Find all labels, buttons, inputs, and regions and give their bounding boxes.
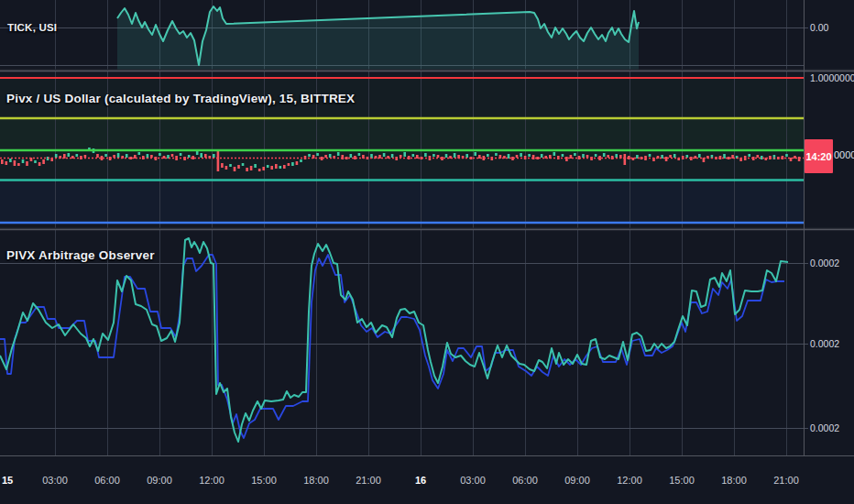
trading-chart-window: TICK, USI Pivx / US Dollar (calculated b… — [0, 0, 854, 504]
chart-canvas[interactable] — [0, 0, 854, 504]
